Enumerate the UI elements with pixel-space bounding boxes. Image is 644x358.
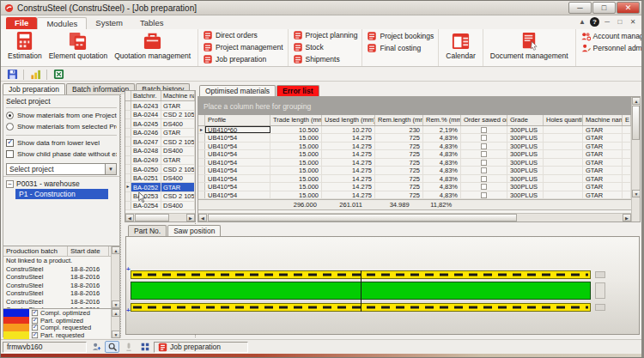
column-header[interactable]: Rem.length (mm) [375,115,423,125]
document-management-button[interactable]: Document management [487,30,572,65]
material-row[interactable]: UB410*5415.00014.2757254,83%300PLUSGTAR [198,191,631,199]
order-sawed-checkbox[interactable] [481,135,487,141]
batch-row[interactable]: BA-0247CSD 2 1050 [125,137,195,147]
order-sawed-checkbox[interactable] [481,143,487,149]
column-header[interactable]: Holes quantity [544,115,583,125]
order-cell[interactable] [461,150,507,157]
project-planning-button[interactable]: Project planning [293,30,358,41]
minimize-button[interactable]: ─ [568,2,592,14]
batch-row[interactable]: BA-0253CSD 2 1050 [125,192,195,202]
material-row[interactable]: ▸UB410*6010.50010.2702302,19%300PLUSGTAR [198,126,631,134]
column-header[interactable]: Batchnr. [131,91,161,100]
batch-row[interactable]: BA-0243GTAR [125,101,195,111]
legend-checkbox[interactable] [32,332,38,338]
batch-row[interactable]: BA-0244CSD 2 1050 [125,111,195,120]
column-header[interactable]: Profile [205,115,270,125]
select-project-dropdown[interactable]: Select project ▼ [6,163,117,175]
optimize-button[interactable] [27,69,43,81]
maximize-button[interactable]: □ [592,2,616,14]
project-bookings-button[interactable]: Project bookings [367,30,434,41]
tree-node-root[interactable]: − P0031 - warehouse [3,179,119,189]
tab-optimised-materials[interactable]: Optimised materials [199,85,276,97]
batch-row[interactable]: BA-0249GTAR [125,156,195,166]
batch-row[interactable]: ▸BA-0252GTAR [125,183,195,192]
shipments-button[interactable]: Shipments [293,53,358,64]
column-header[interactable]: E [623,115,631,125]
job-preparation-button[interactable]: Job preparation [203,53,283,64]
column-header[interactable]: Start date [68,246,109,256]
order-cell[interactable] [461,134,507,141]
account-management-button[interactable]: Account management [580,30,644,41]
scroll-left-icon[interactable]: ◀ [125,214,134,221]
child-close-button[interactable]: ✕ [628,18,638,26]
order-cell[interactable] [461,167,507,173]
radio-one-project[interactable]: Show materials from one Project [6,112,117,119]
batch-row[interactable]: BA-0246GTAR [125,129,195,138]
column-header[interactable]: Order sawed on len [461,115,507,125]
collapse-ribbon-icon[interactable]: ▲ [577,18,587,26]
batch-row[interactable]: BA-0248DS400 [125,147,195,156]
tab-error-list[interactable]: Error list [276,85,319,96]
add-user-icon[interactable] [88,341,103,353]
order-cell[interactable] [461,191,507,198]
ribbon-tab-file[interactable]: File [6,17,37,29]
production-batch-row[interactable]: ConstruSteel18-8-2016 [3,282,119,290]
calendar-button[interactable]: Calendar [442,30,479,65]
legend-scrollbar[interactable]: ▲▼ [111,309,119,338]
collapse-icon[interactable]: − [6,180,14,188]
search-icon[interactable] [105,341,119,353]
scroll-down-icon[interactable]: ▼ [112,331,120,338]
order-sawed-checkbox[interactable] [481,160,487,166]
material-row[interactable]: UB410*5415.00014.2757254,83%300PLUSGTAR [198,134,631,142]
grid-vertical-scrollbar[interactable]: ▲ ▼ [631,97,640,221]
scroll-left-icon[interactable]: ◀ [198,214,207,221]
radio-selected-projects[interactable]: Show materials from selected Projects [6,123,117,130]
pin-icon[interactable] [121,341,136,353]
grid-horizontal-scrollbar[interactable]: ◀ ▶ [198,213,631,221]
legend-checkbox[interactable] [32,325,38,331]
production-batch-row[interactable]: ConstruSteel18-8-2016 [3,289,119,298]
column-header[interactable]: Grade [507,115,544,125]
material-row[interactable]: UB410*5415.00014.2757254,83%300PLUSGTAR [198,175,631,183]
grid-view-icon[interactable] [137,341,152,353]
material-row[interactable]: UB410*5415.00014.2757254,83%300PLUSGTAR [198,159,631,167]
final-costing-button[interactable]: Final costing [367,42,434,53]
column-header[interactable]: Machine name [583,115,623,125]
quotation-management-button[interactable]: Quotation management [111,30,194,65]
child-restore-button[interactable]: □ [615,18,625,26]
material-row[interactable]: UB410*5415.00014.2757254,83%300PLUSGTAR [198,183,631,191]
order-sawed-checkbox[interactable] [481,176,487,182]
material-row[interactable]: UB410*5415.00014.2757254,83%300PLUSGTAR [198,167,631,174]
material-row[interactable]: UB410*5415.00014.2757254,83%300PLUSGTAR [198,150,631,158]
production-batch-row[interactable]: ConstruSteel18-8-2016 [3,265,119,274]
order-sawed-checkbox[interactable] [481,127,487,133]
ribbon-tab-modules[interactable]: Modules [37,17,87,29]
scroll-down-icon[interactable]: ▼ [632,190,641,197]
order-cell[interactable] [461,126,507,133]
close-button[interactable]: ✕ [617,2,640,14]
scroll-up-icon[interactable]: ▲ [632,97,641,105]
vertical-splitter[interactable] [120,94,124,337]
scroll-right-icon[interactable]: ▶ [623,214,631,221]
child-minimize-button[interactable]: ─ [602,18,612,26]
column-header[interactable]: Machine name [161,91,195,100]
tab-part-no-[interactable]: Part No. [128,225,167,236]
column-header[interactable]: Rem.% (mm) [423,115,461,125]
order-cell[interactable] [461,175,507,182]
excel-export-button[interactable] [51,69,66,81]
column-header[interactable]: Trade length (mm) [270,115,322,125]
help-icon[interactable]: ? [590,17,599,27]
personnel-administration-button[interactable]: Personnel administration [580,42,644,53]
scroll-down-icon[interactable]: ▼ [112,300,120,308]
direct-orders-button[interactable]: Direct orders [203,30,283,41]
ribbon-tab-system[interactable]: System [87,17,131,29]
grouping-bar[interactable]: Place a column here for grouping [198,97,631,115]
production-batch-row[interactable]: ConstruSteel18-8-2016 [3,298,119,306]
scroll-right-icon[interactable]: ▶ [186,214,195,221]
production-batch-row[interactable]: ConstruSteel18-8-2016 [3,273,119,282]
batch-row[interactable]: BA-0250CSD 2 1050 [125,165,195,174]
batch-row[interactable]: BA-0245DS400 [125,119,195,129]
order-sawed-checkbox[interactable] [481,184,487,190]
ribbon-tab-tables[interactable]: Tables [131,17,172,29]
tree-node-child-selected[interactable]: P1 - Construction [15,189,108,199]
